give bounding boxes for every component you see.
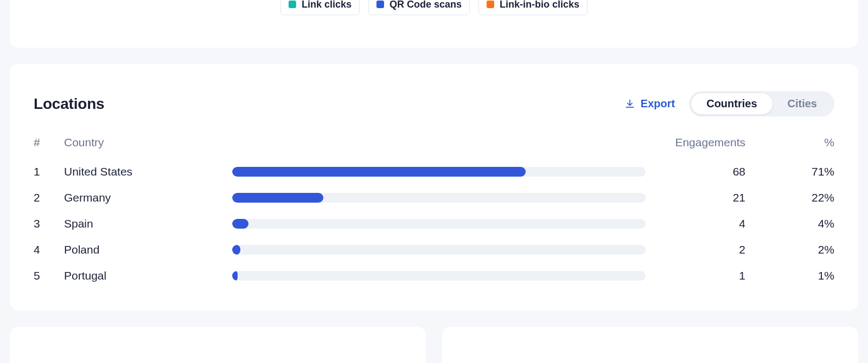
engagement-chart-card-fragment: Link clicks QR Code scans Link-in-bio cl…: [10, 0, 858, 48]
cell-percent: 2%: [745, 243, 834, 256]
table-row: 5Portugal11%: [34, 263, 834, 289]
cell-country: Germany: [64, 191, 232, 204]
bar-fill: [232, 167, 526, 177]
bar-fill: [232, 219, 248, 229]
cell-engagements: 4: [648, 217, 745, 230]
legend-item-link-clicks[interactable]: Link clicks: [280, 0, 360, 15]
cell-percent: 1%: [745, 269, 834, 282]
tab-countries[interactable]: Countries: [691, 93, 772, 114]
locations-tab-switch: Countries Cities: [689, 91, 834, 116]
cell-percent: 71%: [745, 165, 834, 178]
col-country: Country: [64, 136, 232, 149]
bar-track: [232, 271, 646, 281]
square-swatch-icon: [376, 1, 384, 8]
col-rank: #: [34, 136, 64, 149]
table-row: 2Germany2122%: [34, 185, 834, 211]
bar-track: [232, 193, 646, 203]
bar-track: [232, 245, 646, 255]
tab-cities[interactable]: Cities: [773, 93, 832, 114]
square-swatch-icon: [289, 1, 296, 8]
bar-track: [232, 219, 646, 229]
cell-rank: 2: [34, 191, 64, 204]
cell-rank: 5: [34, 269, 64, 282]
cell-rank: 4: [34, 243, 64, 256]
cell-country: Portugal: [64, 269, 232, 282]
legend-item-link-in-bio-clicks[interactable]: Link-in-bio clicks: [478, 0, 588, 15]
locations-card: Locations Export Countries Cities # Coun…: [10, 64, 858, 310]
cell-rank: 3: [34, 217, 64, 230]
bottom-cards-row: [10, 327, 858, 363]
cell-engagements: 21: [648, 191, 745, 204]
cell-country: Spain: [64, 217, 232, 230]
cell-percent: 4%: [745, 217, 834, 230]
locations-table-header: # Country Engagements %: [34, 136, 834, 159]
locations-controls: Export Countries Cities: [624, 91, 834, 116]
cell-percent: 22%: [745, 191, 834, 204]
download-icon: [624, 99, 635, 109]
cell-country: Poland: [64, 243, 232, 256]
col-engagements: Engagements: [648, 136, 745, 149]
cell-rank: 1: [34, 165, 64, 178]
legend-label: Link-in-bio clicks: [500, 0, 579, 9]
chart-legend: Link clicks QR Code scans Link-in-bio cl…: [280, 0, 588, 15]
col-percent: %: [745, 136, 834, 149]
legend-label: Link clicks: [302, 0, 352, 9]
cell-country: United States: [64, 165, 232, 178]
cell-engagements: 2: [648, 243, 745, 256]
square-swatch-icon: [487, 1, 494, 8]
bar-track: [232, 167, 646, 177]
legend-label: QR Code scans: [390, 0, 462, 9]
locations-header: Locations Export Countries Cities: [34, 91, 834, 116]
legend-item-qr-code-scans[interactable]: QR Code scans: [368, 0, 470, 15]
table-row: 4Poland22%: [34, 237, 834, 263]
bar-fill: [232, 271, 238, 281]
cell-engagements: 1: [648, 269, 745, 282]
bottom-left-card-fragment: [10, 327, 426, 363]
bottom-right-card-fragment: [442, 327, 858, 363]
bar-fill: [232, 245, 240, 255]
export-label: Export: [641, 98, 675, 110]
bar-fill: [232, 193, 323, 203]
locations-title: Locations: [34, 95, 104, 113]
cell-engagements: 68: [648, 165, 745, 178]
locations-table: # Country Engagements % 1United States68…: [34, 136, 834, 289]
export-button[interactable]: Export: [624, 98, 675, 110]
table-row: 3Spain44%: [34, 211, 834, 237]
table-row: 1United States6871%: [34, 159, 834, 185]
